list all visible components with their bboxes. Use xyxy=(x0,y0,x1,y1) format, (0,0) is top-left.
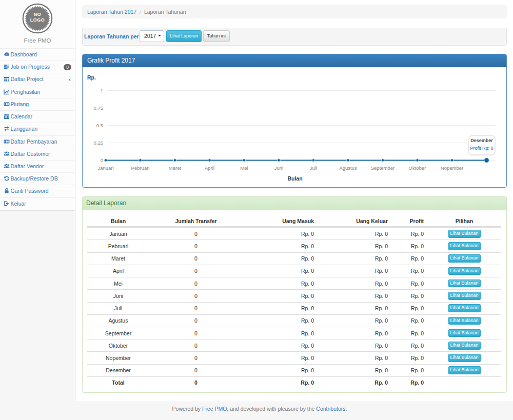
svg-text:Mei: Mei xyxy=(240,165,248,171)
svg-text:Juli: Juli xyxy=(310,165,317,171)
svg-text:0.25: 0.25 xyxy=(94,140,104,146)
svg-text:1: 1 xyxy=(101,88,103,93)
svg-text:April: April xyxy=(205,165,214,171)
svg-text:Agustus: Agustus xyxy=(339,165,357,171)
svg-text:0.5: 0.5 xyxy=(96,123,103,128)
svg-text:September: September xyxy=(371,165,394,171)
svg-text:Pebruari: Pebruari xyxy=(131,165,150,171)
svg-text:LOGO: LOGO xyxy=(30,17,45,23)
svg-text:Bulan: Bulan xyxy=(287,175,302,182)
svg-text:Rp.: Rp. xyxy=(87,74,96,81)
svg-text:0: 0 xyxy=(101,157,103,163)
svg-text:NO: NO xyxy=(34,12,42,17)
svg-text:Juni: Juni xyxy=(274,165,283,171)
svg-text:Nopember: Nopember xyxy=(441,165,463,171)
svg-text:0.75: 0.75 xyxy=(94,105,104,111)
svg-text:Maret: Maret xyxy=(169,165,182,171)
svg-text:Oktober: Oktober xyxy=(409,165,426,171)
svg-text:Januari: Januari xyxy=(97,165,113,171)
